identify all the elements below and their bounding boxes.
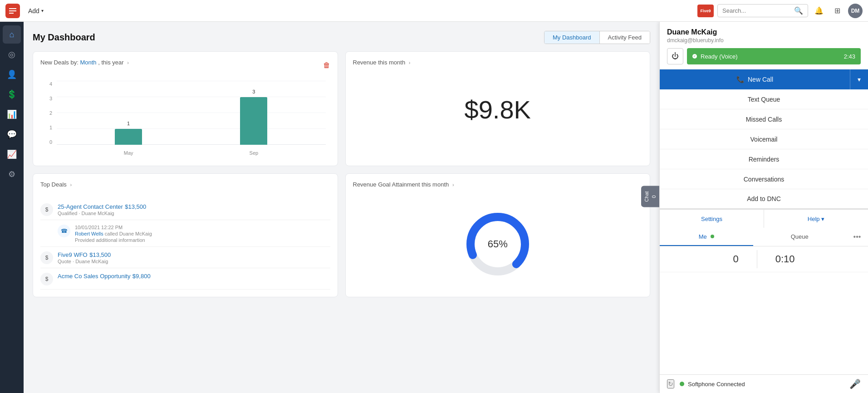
page-header: My Dashboard My Dashboard Activity Feed bbox=[33, 31, 650, 44]
deal-item-1: $ 25-Agent Contact Center $13,500 Qualif… bbox=[40, 199, 330, 220]
new-deals-title: New Deals by: Month , this year › bbox=[40, 59, 129, 66]
tab-me[interactable]: Me bbox=[660, 228, 753, 246]
top-navigation: Add ▾ Five9 🔍 🔔 ⊞ DM bbox=[0, 0, 868, 22]
new-call-dropdown-button[interactable]: ▾ bbox=[850, 69, 868, 89]
phone-icon: 📞 bbox=[736, 76, 744, 83]
menu-add-to-dnc[interactable]: Add to DNC bbox=[660, 189, 868, 209]
revenue-amount: $9.8K bbox=[353, 77, 643, 142]
revenue-goal-arrow-icon[interactable]: › bbox=[452, 182, 454, 187]
menu-text-queue[interactable]: Text Queue bbox=[660, 89, 868, 109]
help-button[interactable]: Help ▾ bbox=[764, 210, 868, 228]
deal-name-3[interactable]: Acme Co Sales Opportunity $9,800 bbox=[58, 272, 330, 280]
add-to-dnc-label: Add to DNC bbox=[747, 195, 781, 202]
queue-waiting-value: 0 bbox=[733, 253, 738, 265]
top-deals-title-text: Top Deals bbox=[40, 181, 67, 188]
deal-info-1: 25-Agent Contact Center $13,500 Qualifie… bbox=[58, 202, 330, 216]
bar-sep-value: 3 bbox=[252, 89, 255, 94]
dropdown-chevron-icon: ▾ bbox=[858, 76, 861, 83]
search-input[interactable] bbox=[722, 7, 794, 14]
deal-info-2: Five9 WFO $13,500 Quote · Duane McKaig bbox=[58, 251, 330, 264]
tab-activity-feed[interactable]: Activity Feed bbox=[600, 31, 650, 44]
settings-button[interactable]: Settings bbox=[660, 210, 764, 228]
chat-sidebar-toggle[interactable]: 0 Chat bbox=[641, 186, 659, 207]
sidebar-item-analytics[interactable]: 📈 bbox=[3, 145, 21, 163]
sidebar-item-chat[interactable]: 💬 bbox=[3, 125, 21, 143]
tab-more-button[interactable]: ••• bbox=[846, 228, 868, 246]
sidebar-item-activity[interactable]: ◎ bbox=[3, 45, 21, 64]
app-logo[interactable] bbox=[5, 4, 20, 18]
main-content: My Dashboard My Dashboard Activity Feed … bbox=[24, 22, 659, 393]
notification-bell-button[interactable]: 🔔 bbox=[812, 4, 826, 18]
left-sidebar: ⌂ ◎ 👤 💲 📊 💬 📈 ⚙ bbox=[0, 22, 24, 393]
revenue-goal-header: Revenue Goal Attainment this month › bbox=[353, 181, 643, 193]
deal-log-1: 10/01/2021 12:22 PM bbox=[75, 225, 330, 230]
apps-grid-button[interactable]: ⊞ bbox=[830, 4, 844, 18]
revenue-goal-card: Revenue Goal Attainment this month › 65% bbox=[345, 173, 651, 297]
search-container[interactable]: 🔍 bbox=[717, 4, 808, 17]
new-deals-title-suffix: , this year bbox=[98, 59, 123, 66]
phone-footer-buttons: Settings Help ▾ bbox=[660, 209, 868, 228]
queue-stat-waiting: 0 bbox=[733, 253, 738, 265]
missed-calls-label: Missed Calls bbox=[746, 116, 782, 123]
tab-me-label: Me bbox=[699, 233, 707, 240]
tab-more-icon: ••• bbox=[853, 233, 861, 241]
user-avatar[interactable]: DM bbox=[848, 4, 863, 18]
delete-card-icon[interactable]: 🗑 bbox=[323, 61, 330, 69]
sidebar-item-deals[interactable]: 💲 bbox=[3, 85, 21, 103]
x-label-sep: Sep bbox=[191, 150, 316, 156]
new-deals-arrow-icon[interactable]: › bbox=[127, 60, 129, 65]
revenue-header: Revenue this month › bbox=[353, 59, 643, 71]
add-chevron-icon: ▾ bbox=[41, 8, 44, 13]
phone-header: Duane McKaig dmckaig@blueruby.info ⏻ Rea… bbox=[660, 22, 868, 69]
top-deals-arrow-icon[interactable]: › bbox=[70, 182, 72, 187]
power-button[interactable]: ⏻ bbox=[667, 48, 683, 64]
chart-bar-may: 1 bbox=[66, 81, 191, 145]
new-deals-title-highlight[interactable]: Month bbox=[80, 59, 96, 66]
voicemail-label: Voicemail bbox=[750, 136, 778, 143]
revenue-title-suffix: this month bbox=[378, 59, 405, 66]
avatar-initials: DM bbox=[851, 8, 860, 14]
sidebar-item-home[interactable]: ⌂ bbox=[3, 25, 21, 44]
chart-y-axis: 0 1 2 3 4 bbox=[40, 81, 54, 145]
deal-icon-call: ☎ bbox=[58, 225, 70, 237]
revenue-goal-title-text: Revenue Goal Attainment bbox=[353, 181, 420, 188]
tab-queue[interactable]: Queue bbox=[753, 228, 847, 246]
sidebar-item-contacts[interactable]: 👤 bbox=[3, 65, 21, 84]
sidebar-item-reports[interactable]: 📊 bbox=[3, 105, 21, 123]
deal-log-person-name[interactable]: Robert Wells bbox=[75, 231, 103, 236]
menu-voicemail[interactable]: Voicemail bbox=[660, 129, 868, 149]
phone-panel: Duane McKaig dmckaig@blueruby.info ⏻ Rea… bbox=[659, 22, 868, 393]
new-call-button[interactable]: 📞 New Call bbox=[660, 69, 850, 89]
top-deals-card: Top Deals › $ 25-Agent Contact Center $1… bbox=[33, 173, 338, 297]
deal-icon-1: $ bbox=[40, 203, 53, 216]
softphone-refresh-button[interactable]: ↻ bbox=[667, 379, 674, 388]
sidebar-item-settings[interactable]: ⚙ bbox=[3, 165, 21, 183]
five9-badge[interactable]: Five9 bbox=[697, 5, 714, 17]
menu-missed-calls[interactable]: Missed Calls bbox=[660, 109, 868, 129]
queue-stats-divider bbox=[757, 250, 757, 268]
bar-may-value: 1 bbox=[127, 121, 130, 126]
deal-item-1b: ☎ 10/01/2021 12:22 PM Robert Wells calle… bbox=[40, 220, 330, 247]
conversations-label: Conversations bbox=[744, 176, 785, 183]
queue-time-value: 0:10 bbox=[775, 253, 795, 265]
menu-reminders[interactable]: Reminders bbox=[660, 149, 868, 169]
bar-may bbox=[115, 129, 142, 145]
deal-name-1[interactable]: 25-Agent Contact Center $13,500 bbox=[58, 202, 330, 211]
revenue-goal-title: Revenue Goal Attainment this month › bbox=[353, 181, 454, 188]
deal-name-2[interactable]: Five9 WFO $13,500 bbox=[58, 251, 330, 259]
new-deals-title-prefix: New Deals by: bbox=[40, 59, 78, 66]
donut-chart: 65% bbox=[461, 208, 534, 280]
deal-log-date: 10/01/2021 12:22 PM bbox=[75, 225, 123, 230]
revenue-title: Revenue this month › bbox=[353, 59, 411, 66]
page-title: My Dashboard bbox=[33, 32, 95, 43]
phone-user-name: Duane McKaig bbox=[667, 28, 861, 36]
revenue-arrow-icon[interactable]: › bbox=[409, 60, 411, 65]
deal-icon-3: $ bbox=[40, 273, 53, 285]
microphone-icon[interactable]: 🎤 bbox=[849, 378, 861, 389]
menu-conversations[interactable]: Conversations bbox=[660, 169, 868, 189]
chat-sidebar-label: Chat bbox=[644, 191, 649, 201]
dashboard-grid: New Deals by: Month , this year › 🗑 0 1 … bbox=[33, 51, 650, 297]
add-button[interactable]: Add ▾ bbox=[24, 5, 48, 16]
tab-my-dashboard[interactable]: My Dashboard bbox=[544, 31, 600, 44]
deal-item-2: $ Five9 WFO $13,500 Quote · Duane McKaig bbox=[40, 247, 330, 268]
